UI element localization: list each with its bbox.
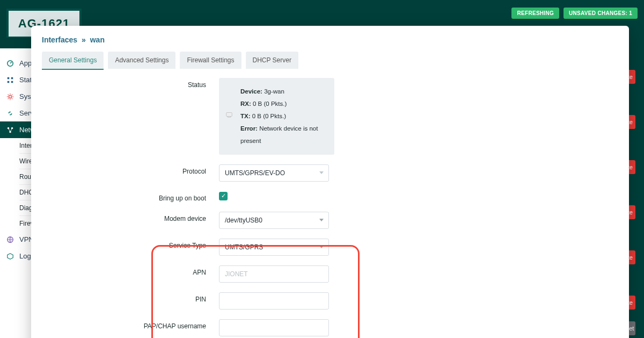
top-badges: REFRESHING UNSAVED CHANGES:1 [511, 8, 638, 19]
interface-modal: Interfaces » wan General Settings Advanc… [31, 26, 629, 38]
unsaved-badge[interactable]: UNSAVED CHANGES:1 [564, 8, 638, 19]
modal-title: Interfaces » wan [42, 35, 618, 38]
refreshing-badge: REFRESHING [511, 8, 559, 19]
